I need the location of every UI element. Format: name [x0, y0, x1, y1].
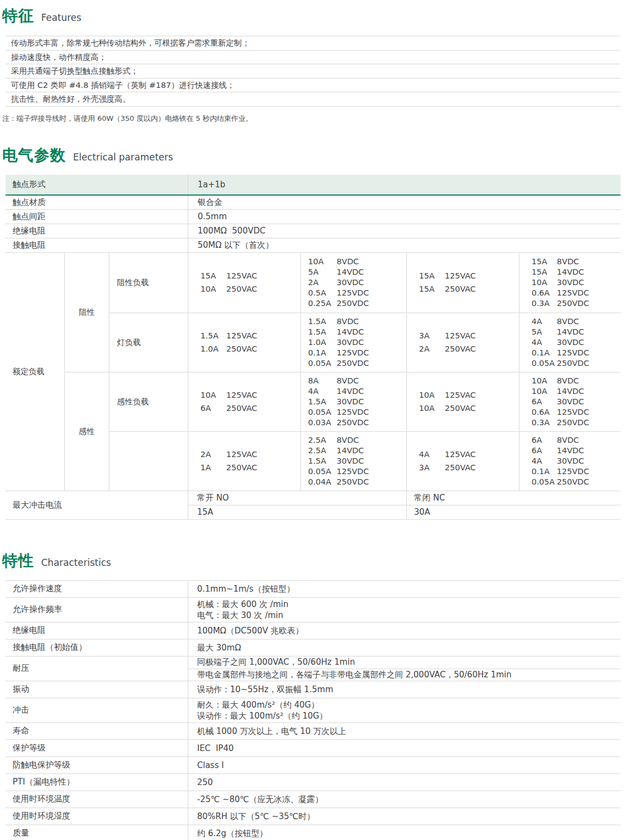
- rated-load-grid: 额定负载阻性感性阻性负载15A125VAC10A250VAC10A8VDC5A1…: [5, 253, 621, 491]
- spec-row: 触点间距0.5mm: [5, 210, 621, 224]
- electrical-title-zh: 电气参数: [2, 145, 66, 166]
- load-type-label: 灯负载: [109, 313, 188, 372]
- current-value: 0.5A: [308, 288, 337, 298]
- ac-rating-cell: 2A125VAC1A250VAC: [188, 432, 301, 491]
- voltage-value: 14VDC: [557, 327, 584, 337]
- current-value: 10A: [200, 388, 226, 402]
- rating-line: 4A125VAC: [419, 448, 519, 461]
- voltage-value: 250VDC: [557, 358, 589, 369]
- characteristic-row: 接触电阻（初始值）最大 30mΩ: [5, 639, 621, 657]
- rating-line: 1A250VAC: [200, 461, 300, 474]
- current-value: 2A: [419, 342, 445, 355]
- electrical-title-en: Electrical parameters: [73, 152, 173, 163]
- current-value: 0.04A: [308, 477, 337, 487]
- voltage-value: 30VDC: [557, 337, 584, 348]
- rating-line: 0.04A250VDC: [308, 477, 406, 487]
- voltage-value: 125VDC: [337, 407, 369, 418]
- inrush-columns: 常开 NO 常闭 NC 15A 30A: [188, 491, 621, 520]
- feature-list: 传动形式丰富，除常规七种传动结构外，可根据客户需求重新定制；操动速度快，动作精度…: [5, 36, 621, 107]
- rating-line: 15A125VAC: [419, 269, 519, 282]
- voltage-value: 250VAC: [445, 402, 476, 415]
- load-group-label: 阻性: [65, 253, 109, 372]
- spec-value: 100MΩ 500VDC: [188, 224, 621, 238]
- characteristic-row: 使用时环境湿度80%RH 以下（5℃ ~35℃时）: [5, 808, 621, 825]
- spec-value: 银合金: [188, 196, 621, 209]
- current-value: 10A: [419, 402, 445, 415]
- features-title-zh: 特征: [2, 5, 34, 26]
- current-value: 6A: [200, 402, 226, 415]
- rating-line: 2A30VDC: [308, 277, 406, 288]
- voltage-value: 8VDC: [337, 435, 359, 446]
- current-value: 0.1A: [308, 348, 337, 358]
- characteristic-row: 冲击耐久：最大 400m/s²（约 40G）误动作：最大 100m/s²（约 1…: [5, 698, 621, 723]
- rating-line: 5A14VDC: [532, 327, 621, 337]
- voltage-value: 125VAC: [445, 269, 476, 282]
- spec-label: 触点形式: [5, 175, 188, 194]
- characteristics-title-zh: 特性: [2, 550, 34, 571]
- current-value: 2A: [200, 448, 226, 461]
- voltage-value: 250VDC: [337, 298, 369, 309]
- voltage-value: 30VDC: [337, 337, 364, 348]
- rating-line: 0.05A250VDC: [532, 358, 621, 369]
- characteristic-value-line: 带电金属部件与接地之间，各端子与非带电金属部件之间 2,000VAC，50/60…: [188, 669, 621, 681]
- electrical-header-row: 触点形式 1a+1b: [5, 175, 621, 196]
- spec-label: 触点间距: [5, 210, 188, 224]
- ac-rating-cell: 4A125VAC3A250VAC: [407, 432, 519, 491]
- characteristic-value-line: 同极端子之间 1,000VAC，50/60Hz 1min: [188, 657, 621, 669]
- current-value: 4A: [419, 448, 445, 461]
- spec-label: 绝缘电阻: [5, 224, 188, 238]
- characteristics-table: 允许操作速度0.1mm~1m/s（按钮型）允许操作频率机械：最大 600 次 /…: [5, 580, 621, 840]
- rating-line: 1.5A30VDC: [308, 397, 406, 407]
- ac-rating-cell: 3A125VAC2A250VAC: [407, 313, 519, 372]
- voltage-value: 125VDC: [557, 466, 589, 477]
- electrical-simple-rows: 触点材质银合金触点间距0.5mm绝缘电阻100MΩ 500VDC接触电阻50MΩ…: [5, 196, 621, 253]
- voltage-value: 125VAC: [226, 448, 257, 461]
- spec-label: 接触电阻: [5, 238, 188, 252]
- rating-line: 3A250VAC: [419, 461, 519, 474]
- current-value: 0.3A: [532, 298, 557, 309]
- rating-line: 2.5A14VDC: [308, 446, 406, 456]
- current-value: 0.05A: [308, 407, 337, 418]
- voltage-value: 14VDC: [557, 267, 584, 277]
- characteristic-value-line: 250: [197, 777, 621, 788]
- characteristic-row: 寿命机械 1000 万次以上，电气 10 万次以上: [5, 723, 621, 740]
- voltage-value: 125VAC: [445, 448, 476, 461]
- voltage-value: 125VAC: [226, 388, 257, 402]
- characteristics-title-en: Characteristics: [41, 557, 111, 568]
- current-value: 1.5A: [200, 329, 226, 342]
- rating-line: 0.05A250VDC: [308, 358, 406, 369]
- current-value: 6A: [532, 446, 557, 456]
- current-value: 0.05A: [532, 358, 557, 369]
- rating-line: 10A30VDC: [532, 277, 621, 288]
- current-value: 1.0A: [308, 337, 337, 348]
- rating-line: 0.05A125VDC: [308, 466, 406, 477]
- voltage-value: 8VDC: [337, 257, 359, 267]
- characteristic-value-line: 误动作：最大 100m/s²（约 10G）: [197, 710, 621, 721]
- rating-line: 4A30VDC: [532, 337, 621, 348]
- dc-rating-cell: 2.5A8VDC2.5A14VDC1.5A30VDC0.05A125VDC0.0…: [301, 432, 407, 491]
- current-value: 2A: [308, 277, 337, 288]
- spec-value: 1a+1b: [188, 175, 621, 194]
- voltage-value: 250VDC: [557, 477, 589, 487]
- rating-line: 6A14VDC: [532, 446, 621, 456]
- characteristic-value-line: 约 6.2g（按钮型）: [197, 828, 621, 839]
- feature-item: 操动速度快，动作精度高；: [5, 50, 621, 64]
- voltage-value: 250VAC: [226, 282, 257, 296]
- characteristic-value: 机械 1000 万次以上，电气 10 万次以上: [188, 723, 621, 739]
- voltage-value: 14VDC: [337, 327, 364, 337]
- voltage-value: 8VDC: [337, 316, 359, 327]
- characteristic-label: 防触电保护等级: [5, 757, 188, 774]
- datasheet-page: 特征 Features 传动形式丰富，除常规七种传动结构外，可根据客户需求重新定…: [0, 0, 626, 840]
- electrical-title: 电气参数 Electrical parameters: [2, 145, 626, 166]
- voltage-value: 250VAC: [226, 461, 257, 474]
- current-value: 4A: [532, 316, 557, 327]
- voltage-value: 14VDC: [337, 267, 364, 277]
- voltage-value: 8VDC: [557, 316, 579, 327]
- rating-line: 15A250VAC: [419, 282, 519, 296]
- current-value: 0.25A: [308, 298, 337, 309]
- current-value: 0.6A: [532, 288, 557, 298]
- characteristic-row: 振动误动作：10~55Hz，双振幅 1.5mm: [5, 681, 621, 698]
- characteristic-label: 质量: [5, 825, 188, 840]
- dc-rating-cell: 10A8VDC5A14VDC2A30VDC0.5A125VDC0.25A250V…: [301, 253, 407, 313]
- rating-line: 1.0A250VAC: [200, 342, 300, 355]
